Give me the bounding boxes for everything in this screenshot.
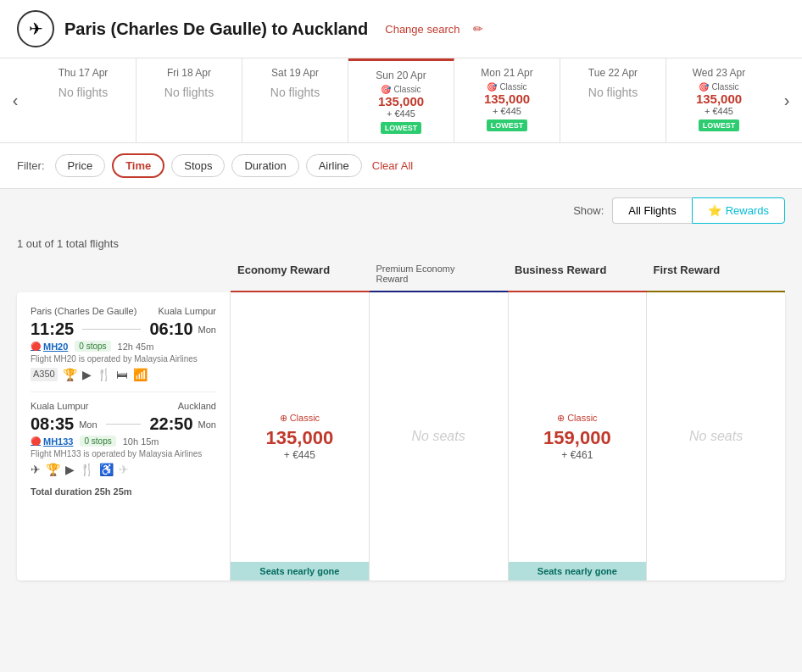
premium-col: No seats [370,292,509,580]
total-duration: Total duration 25h 25m [31,486,216,497]
segment-2-times: 08:35 Mon 22:50 Mon [31,414,216,434]
results-count: 1 out of 1 total flights [0,232,802,255]
filter-price-button[interactable]: Price [55,154,106,177]
date-carousel: ‹ Thu 17 Apr No flights Fri 18 Apr No fl… [0,58,802,143]
flight-num-mh133[interactable]: 🔴 MH133 [31,436,73,447]
next-date-arrow[interactable]: › [771,58,802,142]
column-headers: Economy Reward Premium Economy Reward Bu… [231,255,785,292]
flight-info: Paris (Charles De Gaulle) Kuala Lumpur 1… [17,292,231,580]
segment-1-meta: 🔴 MH20 0 stops 12h 45m [31,341,216,352]
segment-separator [31,392,216,392]
mh20-flag: 🔴 [31,342,41,351]
show-label: Show: [573,204,604,217]
col-header-economy: Economy Reward [231,255,370,292]
business-price: 159,000 [543,427,611,449]
clear-all-link[interactable]: Clear All [372,159,413,172]
classic-label-mon21: Classic [499,82,526,92]
lowest-badge-wed23: LOWEST [699,119,740,131]
price-sub-wed23: + €445 [670,106,768,116]
segment-2-route: Kuala Lumpur Auckland [31,401,216,411]
price-wed23: 135,000 [670,92,768,106]
lowest-badge-mon21: LOWEST [487,119,528,131]
segment-2-arrive: 22:50 [149,414,192,434]
amenity2-disabled: ✈ [119,463,129,476]
date-label-tue22: Tue 22 Apr [564,67,662,79]
segment-2-stops: 0 stops [80,436,115,447]
segment-1: Paris (Charles De Gaulle) Kuala Lumpur 1… [31,306,216,381]
segment-1-depart: 11:25 [31,319,74,339]
rewards-toggle[interactable]: ⭐ Rewards [692,197,785,224]
date-label-sun20: Sun 20 Apr [352,69,450,81]
price-row-mon21: 🎯 Classic [458,82,556,92]
segment-1-arrive: 06:10 [149,319,192,339]
date-fri18[interactable]: Fri 18 Apr No flights [136,58,242,142]
amenity-seat: A350 [31,368,58,381]
filter-duration-button[interactable]: Duration [231,154,298,177]
col-header-business: Business Reward [508,255,647,292]
rewards-icon: ⭐ [708,204,721,217]
classic-label-sun20: Classic [393,85,420,94]
lowest-badge-sun20: LOWEST [381,122,422,134]
flight-num-mh20[interactable]: 🔴 MH20 [31,342,68,352]
prev-date-arrow[interactable]: ‹ [0,58,31,142]
classic-icon-wed23: 🎯 [699,82,709,92]
col-header-first: First Reward [647,255,786,292]
segment-1-amenities: A350 🏆 ▶ 🍴 🛏 📶 [31,368,216,381]
segment-1-arrive-day: Mon [198,325,216,335]
price-row-wed23: 🎯 Classic [670,82,768,92]
filter-stops-button[interactable]: Stops [171,154,225,177]
classic-label-wed23: Classic [711,82,738,92]
date-mon21[interactable]: Mon 21 Apr 🎯 Classic 135,000 + €445 LOWE… [454,58,560,142]
business-classic-label: ⊕ Classic [557,413,597,424]
show-bar: Show: All Flights ⭐ Rewards [0,189,802,232]
segment-1-dest: Kuala Lumpur [159,306,217,316]
segment-1-line [82,329,141,330]
amenity2-plane: ✈ [31,463,41,476]
date-label-thu17: Thu 17 Apr [34,67,132,79]
filter-label: Filter: [17,159,45,172]
business-col[interactable]: ⊕ Classic 159,000 + €461 Seats nearly go… [509,292,648,580]
segment-2-dest: Auckland [178,401,216,411]
date-tue22[interactable]: Tue 22 Apr No flights [560,58,666,142]
date-wed23[interactable]: Wed 23 Apr 🎯 Classic 135,000 + €445 LOWE… [666,58,771,142]
amenity2-play: ▶ [65,463,75,476]
date-sun20[interactable]: Sun 20 Apr 🎯 Classic 135,000 + €445 LOWE… [348,58,454,142]
change-search-link[interactable]: Change search [385,23,459,36]
economy-classic-label: ⊕ Classic [280,413,320,424]
first-col: No seats [647,292,785,580]
segment-1-origin: Paris (Charles De Gaulle) [31,306,136,316]
date-sat19[interactable]: Sat 19 Apr No flights [242,58,348,142]
price-sun20: 135,000 [352,94,450,108]
no-flights-sat19: No flights [246,86,344,99]
segment-1-duration: 12h 45m [118,342,154,352]
segment-2-origin: Kuala Lumpur [31,401,89,411]
filter-airline-button[interactable]: Airline [306,154,362,177]
pricing-cols: ⊕ Classic 135,000 + €445 Seats nearly go… [231,292,785,580]
filter-time-button[interactable]: Time [112,153,164,178]
rewards-label: Rewards [726,204,769,217]
premium-line2: Reward [376,274,502,284]
business-seats-warning: Seats nearly gone [509,562,647,580]
amenity-play: ▶ [82,368,92,381]
economy-extra: + €445 [284,449,315,461]
mh20-label: MH20 [43,342,68,352]
price-sub-sun20: + €445 [352,108,450,119]
date-label-wed23: Wed 23 Apr [670,67,768,79]
col-header-premium: Premium Economy Reward [370,255,509,292]
business-classic-text: Classic [567,413,597,423]
classic-icon-mon21: 🎯 [487,82,497,92]
segment-2-depart: 08:35 [31,414,74,434]
all-flights-toggle[interactable]: All Flights [612,197,691,224]
page-title: Paris (Charles De Gaulle) to Auckland [64,19,368,39]
date-cells: Thu 17 Apr No flights Fri 18 Apr No flig… [31,58,771,142]
premium-no-seats: No seats [412,429,465,444]
premium-line1: Premium Economy [376,264,502,274]
economy-col[interactable]: ⊕ Classic 135,000 + €445 Seats nearly go… [231,292,370,580]
amenity-meal: 🍴 [97,368,111,381]
segment-2-line [106,424,142,425]
economy-seats-warning: Seats nearly gone [231,562,369,580]
segment-1-operated: Flight MH20 is operated by Malaysia Airl… [31,354,216,364]
date-thu17[interactable]: Thu 17 Apr No flights [31,58,136,142]
segment-2-depart-day: Mon [79,419,97,430]
price-mon21: 135,000 [458,92,556,106]
